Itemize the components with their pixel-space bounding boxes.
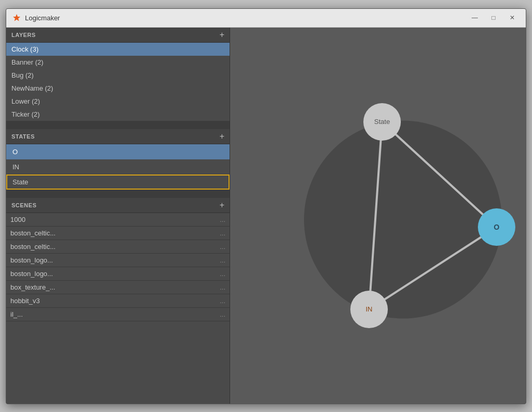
layers-section: LAYERS + Clock (3) Banner (2) Bug (2) Ne… — [6, 28, 230, 121]
node-in[interactable]: IN — [350, 291, 388, 328]
maximize-button[interactable]: □ — [486, 12, 501, 23]
layers-title: LAYERS — [11, 32, 36, 38]
state-item-in[interactable]: IN — [6, 159, 230, 174]
graph-container: State O IN — [278, 80, 526, 351]
states-section: STATES + O IN State — [6, 129, 230, 190]
layers-states-divider — [6, 121, 230, 129]
scene-item-boston-celtic-1[interactable]: boston_celtic... ... — [6, 227, 230, 240]
scenes-list-container: 1000 ... boston_celtic... ... boston_cel… — [6, 213, 230, 404]
edge-state-to-in — [369, 122, 382, 309]
edge-state-to-o — [382, 122, 497, 227]
window-controls: — □ ✕ — [467, 12, 520, 23]
node-state[interactable]: State — [363, 103, 401, 141]
states-header: STATES + — [6, 129, 230, 144]
layer-item-clock[interactable]: Clock (3) — [6, 43, 230, 56]
scenes-section: SCENES + 1000 ... boston_celtic... ... — [6, 198, 230, 404]
state-item-state[interactable]: State — [6, 174, 230, 190]
scenes-title: SCENES — [11, 202, 36, 208]
scene-item-1000[interactable]: 1000 ... — [6, 213, 230, 227]
states-scenes-divider — [6, 190, 230, 198]
canvas-area[interactable]: State O IN — [230, 28, 526, 404]
states-add-button[interactable]: + — [220, 132, 224, 141]
close-button[interactable]: ✕ — [505, 12, 520, 23]
layer-item-newname[interactable]: NewName (2) — [6, 82, 230, 95]
main-content: LAYERS + Clock (3) Banner (2) Bug (2) Ne… — [6, 28, 526, 404]
minimize-button[interactable]: — — [467, 12, 482, 23]
edge-in-to-o — [369, 227, 497, 309]
layer-item-lower[interactable]: Lower (2) — [6, 95, 230, 108]
titlebar: Logicmaker — □ ✕ — [6, 9, 526, 28]
scenes-add-button[interactable]: + — [220, 201, 224, 209]
scene-item-boston-logo-2[interactable]: boston_logo... ... — [6, 267, 230, 281]
scene-item-boston-celtic-2[interactable]: boston_celtic... ... — [6, 240, 230, 254]
states-title: STATES — [11, 133, 35, 140]
scene-item-il[interactable]: il_... ... — [6, 308, 230, 321]
scene-item-box-texture[interactable]: box_texture_... ... — [6, 281, 230, 294]
app-icon — [12, 14, 21, 22]
state-item-o[interactable]: O — [6, 144, 230, 159]
scene-item-boston-logo-1[interactable]: boston_logo... ... — [6, 254, 230, 267]
scenes-header: SCENES + — [6, 198, 230, 213]
layer-item-bug[interactable]: Bug (2) — [6, 69, 230, 82]
layer-item-banner[interactable]: Banner (2) — [6, 56, 230, 69]
layer-item-ticker[interactable]: Ticker (2) — [6, 108, 230, 121]
node-o[interactable]: O — [478, 208, 515, 246]
scenes-scroll[interactable]: 1000 ... boston_celtic... ... boston_cel… — [6, 213, 230, 404]
scene-item-hobbit[interactable]: hobbit_v3 ... — [6, 294, 230, 308]
layers-add-button[interactable]: + — [220, 31, 224, 39]
svg-marker-0 — [13, 14, 20, 21]
window-title: Logicmaker — [25, 14, 467, 22]
main-window: Logicmaker — □ ✕ LAYERS + Clock (3) Bann… — [6, 8, 526, 404]
sidebar: LAYERS + Clock (3) Banner (2) Bug (2) Ne… — [6, 28, 230, 404]
layers-header: LAYERS + — [6, 28, 230, 43]
